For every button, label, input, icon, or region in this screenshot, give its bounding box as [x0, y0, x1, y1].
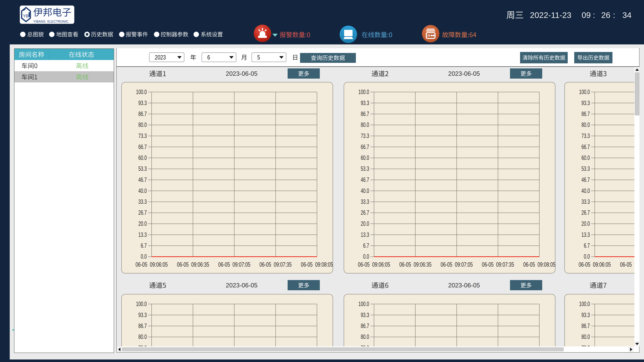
svg-text:80.0: 80.0: [582, 121, 590, 128]
svg-text:100.0: 100.0: [136, 88, 147, 95]
svg-text:66.7: 66.7: [138, 143, 147, 150]
svg-text:6.7: 6.7: [141, 242, 147, 249]
svg-text:86.7: 86.7: [138, 323, 147, 329]
svg-text:06-05 09:06:35: 06-05 09:06:35: [177, 261, 209, 268]
svg-text:86.7: 86.7: [138, 110, 147, 117]
svg-text:73.3: 73.3: [361, 345, 369, 347]
svg-text:100.0: 100.0: [358, 88, 369, 95]
svg-text:06-05 09:08:05: 06-05 09:08:05: [301, 261, 333, 268]
svg-text:6.7: 6.7: [584, 242, 590, 249]
svg-text:06-05 09:07:35: 06-05 09:07:35: [482, 261, 514, 268]
svg-text:80.0: 80.0: [361, 121, 369, 128]
svg-text:YIBANG ELECTRONIC: YIBANG ELECTRONIC: [33, 19, 68, 23]
svg-text:73.3: 73.3: [138, 345, 147, 347]
svg-text:60.0: 60.0: [361, 154, 369, 161]
svg-text:93.3: 93.3: [138, 312, 147, 319]
svg-text:6.7: 6.7: [363, 242, 369, 249]
svg-text:86.7: 86.7: [582, 110, 590, 117]
svg-text:13.3: 13.3: [361, 231, 369, 238]
svg-text:13.3: 13.3: [582, 231, 590, 238]
svg-text:93.3: 93.3: [138, 99, 147, 106]
svg-text:93.3: 93.3: [582, 99, 590, 106]
svg-text:26.7: 26.7: [361, 209, 369, 216]
svg-text:73.3: 73.3: [582, 132, 590, 139]
svg-text:26.7: 26.7: [582, 209, 590, 216]
svg-text:66.7: 66.7: [582, 143, 590, 150]
svg-text:26.7: 26.7: [138, 209, 147, 216]
svg-text:0.0: 0.0: [363, 253, 369, 260]
svg-text:53.3: 53.3: [582, 165, 590, 172]
svg-text:86.7: 86.7: [361, 110, 369, 117]
svg-text:86.7: 86.7: [361, 323, 369, 329]
svg-text:33.3: 33.3: [361, 198, 369, 205]
svg-text:66.7: 66.7: [361, 143, 369, 150]
svg-text:93.3: 93.3: [582, 312, 590, 319]
svg-text:06-05 09:06:05: 06-05 09:06:05: [136, 261, 168, 268]
svg-text:80.0: 80.0: [138, 121, 147, 128]
svg-text:33.3: 33.3: [138, 198, 147, 205]
svg-text:20.0: 20.0: [361, 220, 369, 227]
svg-text:73.3: 73.3: [361, 132, 369, 139]
svg-text:86.7: 86.7: [582, 323, 590, 329]
svg-text:YB: YB: [23, 13, 28, 18]
svg-text:73.3: 73.3: [582, 345, 590, 347]
svg-text:93.3: 93.3: [361, 99, 369, 106]
svg-text:100.0: 100.0: [579, 88, 590, 95]
svg-text:80.0: 80.0: [361, 333, 369, 340]
svg-text:53.3: 53.3: [361, 165, 369, 172]
svg-text:100.0: 100.0: [358, 301, 369, 307]
svg-text:06-05 09:06:35: 06-05 09:06:35: [620, 261, 634, 268]
svg-text:80.0: 80.0: [138, 333, 147, 340]
svg-text:06-05 09:06:35: 06-05 09:06:35: [399, 261, 432, 268]
svg-text:40.0: 40.0: [361, 187, 369, 194]
svg-text:40.0: 40.0: [138, 187, 147, 194]
svg-text:06-05 09:07:05: 06-05 09:07:05: [440, 261, 473, 268]
svg-text:93.3: 93.3: [361, 312, 369, 319]
svg-text:06-05 09:07:05: 06-05 09:07:05: [218, 261, 250, 268]
svg-text:80.0: 80.0: [582, 333, 590, 340]
svg-text:06-05 09:06:05: 06-05 09:06:05: [358, 261, 390, 268]
svg-text:46.7: 46.7: [582, 176, 590, 183]
svg-text:40.0: 40.0: [582, 187, 590, 194]
svg-text:0.0: 0.0: [584, 253, 590, 260]
svg-text:0.0: 0.0: [141, 253, 147, 260]
svg-text:100.0: 100.0: [579, 301, 590, 307]
svg-text:60.0: 60.0: [582, 154, 590, 161]
svg-text:46.7: 46.7: [361, 176, 369, 183]
svg-text:53.3: 53.3: [138, 165, 147, 172]
svg-text:46.7: 46.7: [138, 176, 147, 183]
svg-text:33.3: 33.3: [582, 198, 590, 205]
svg-text:20.0: 20.0: [138, 220, 147, 227]
svg-text:06-05 09:07:35: 06-05 09:07:35: [260, 261, 292, 268]
svg-text:73.3: 73.3: [138, 132, 147, 139]
svg-text:60.0: 60.0: [138, 154, 147, 161]
svg-text:06-05 09:08:05: 06-05 09:08:05: [523, 261, 556, 268]
svg-text:100.0: 100.0: [136, 301, 147, 307]
svg-text:06-05 09:06:05: 06-05 09:06:05: [578, 261, 611, 268]
svg-text:13.3: 13.3: [138, 231, 147, 238]
svg-text:20.0: 20.0: [582, 220, 590, 227]
